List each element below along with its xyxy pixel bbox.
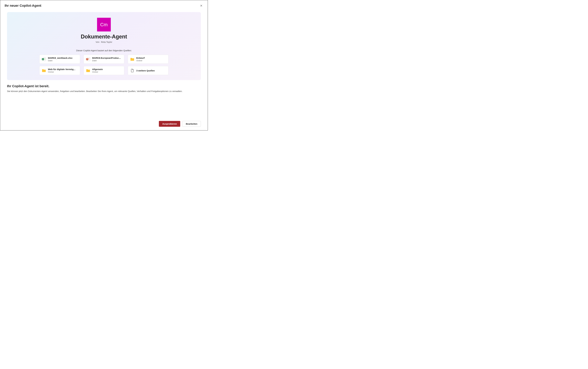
source-name: MARK8_workback.xlsx (48, 57, 73, 59)
source-text: Entwurf Ordner (136, 57, 145, 62)
close-icon (200, 4, 203, 7)
source-name: 3 weitere Quellen (136, 69, 155, 72)
source-card-more[interactable]: 3 weitere Quellen (128, 66, 168, 75)
source-card[interactable]: Allgemein Ordner (84, 66, 124, 75)
sources-intro: Dieser Copilot-Agent basiert auf den fol… (76, 49, 132, 52)
source-card[interactable]: Entwurf Ordner (128, 55, 168, 64)
dialog-header: Ihr neuer Copilot-Agent (0, 0, 208, 9)
agent-name: Dokumente-Agent (81, 34, 127, 40)
folder-icon (42, 68, 46, 73)
source-type: Datei (92, 60, 121, 62)
source-text: 3 weitere Quellen (136, 69, 155, 72)
source-text: Allgemein Ordner (92, 68, 103, 73)
agent-badge-text: Cm (100, 22, 108, 27)
folder-icon (130, 57, 135, 61)
excel-icon (42, 57, 46, 61)
document-icon (130, 68, 135, 73)
ready-section: Ihr Copilot-Agent ist bereit. Sie können… (7, 84, 201, 93)
source-text: MARK8-EuropeanProduc... Datei (92, 57, 121, 62)
source-name: MARK8-EuropeanProduc... (92, 57, 121, 59)
source-type: Ordner (48, 71, 75, 73)
agent-author: Von Reta Taylor (95, 41, 112, 43)
source-card[interactable]: Web für digitale Vermög... Ordner (39, 66, 80, 75)
source-type: Datei (48, 60, 73, 62)
agent-hero-panel: Cm Dokumente-Agent Von Reta Taylor Diese… (7, 12, 201, 80)
ready-description: Sie können jetzt den Dokumenten-Agent ve… (7, 90, 201, 93)
source-name: Entwurf (136, 57, 145, 59)
source-name: Allgemein (92, 68, 103, 70)
dialog-footer: Ausprobieren Bearbeiten (159, 121, 201, 127)
source-card[interactable]: MARK8_workback.xlsx Datei (39, 55, 80, 64)
edit-button[interactable]: Bearbeiten (182, 121, 201, 127)
source-text: MARK8_workback.xlsx Datei (48, 57, 73, 62)
svg-rect-9 (86, 58, 88, 60)
source-text: Web für digitale Vermög... Ordner (48, 68, 75, 73)
source-name: Web für digitale Vermög... (48, 68, 75, 70)
dialog-title: Ihr neuer Copilot-Agent (5, 4, 41, 8)
folder-icon (86, 68, 90, 73)
powerpoint-icon (86, 57, 90, 61)
agent-author-prefix: Von (95, 41, 99, 43)
agent-author-name: Reta Taylor (101, 41, 112, 43)
source-type: Ordner (92, 71, 103, 73)
agent-badge: Cm (97, 18, 111, 31)
source-type: Ordner (136, 60, 145, 62)
close-button[interactable] (199, 4, 203, 8)
ready-heading: Ihr Copilot-Agent ist bereit. (7, 84, 201, 88)
svg-point-8 (88, 58, 89, 60)
source-card[interactable]: MARK8-EuropeanProduc... Datei (84, 55, 124, 64)
try-button[interactable]: Ausprobieren (159, 121, 180, 127)
sources-grid: MARK8_workback.xlsx Datei MARK8-European… (39, 55, 168, 75)
